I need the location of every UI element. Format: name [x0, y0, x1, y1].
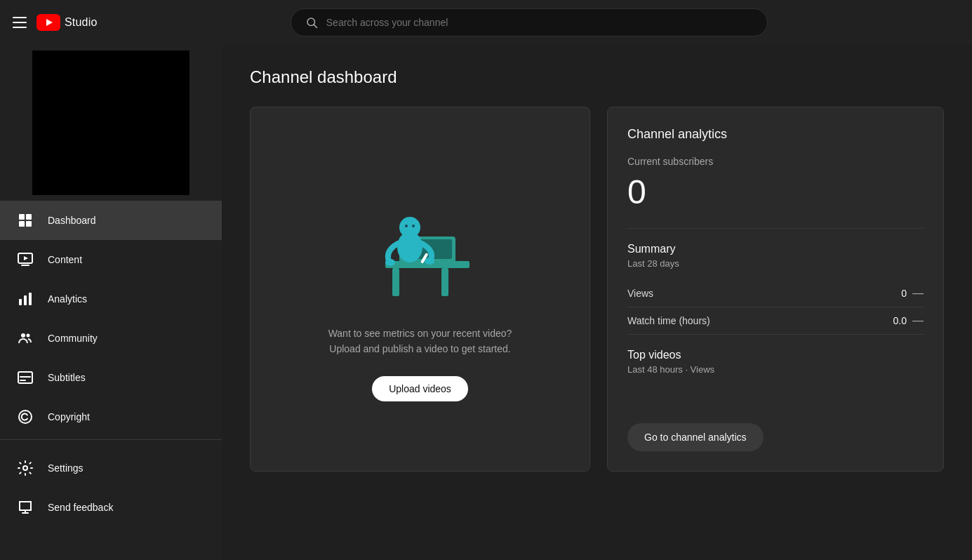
sidebar-item-analytics[interactable]: Analytics	[0, 279, 222, 319]
top-videos-period: Last 48 hours · Views	[627, 364, 924, 375]
search-input[interactable]	[326, 17, 753, 28]
svg-point-33	[425, 258, 434, 265]
sidebar-item-dashboard[interactable]: Dashboard	[0, 201, 222, 240]
sidebar-item-analytics-label: Analytics	[48, 293, 87, 305]
svg-point-31	[412, 225, 415, 227]
top-videos-title: Top videos	[627, 349, 924, 361]
svg-rect-6	[19, 221, 25, 227]
channel-avatar	[32, 51, 189, 195]
sidebar-item-copyright[interactable]: Copyright	[0, 397, 222, 436]
sidebar-item-subtitles[interactable]: Subtitles	[0, 358, 222, 397]
sidebar-item-send-feedback-label: Send feedback	[48, 502, 113, 513]
search-icon	[305, 16, 318, 29]
search-bar[interactable]	[291, 8, 768, 36]
menu-toggle-button[interactable]	[11, 14, 28, 31]
views-label: Views	[627, 288, 653, 299]
views-number: 0	[901, 288, 907, 299]
sidebar-item-settings-label: Settings	[48, 462, 84, 474]
watch-time-label: Watch time (hours)	[627, 315, 710, 326]
analytics-card-title: Channel analytics	[627, 127, 924, 142]
subscribers-count: 0	[627, 173, 924, 211]
main-layout: Dashboard Content	[0, 45, 972, 560]
svg-point-15	[27, 334, 30, 338]
sidebar-item-content[interactable]: Content	[0, 240, 222, 279]
svg-rect-24	[392, 268, 399, 296]
subscribers-label: Current subscribers	[627, 156, 924, 167]
svg-point-32	[385, 259, 395, 266]
content-icon	[17, 251, 34, 268]
community-icon	[17, 330, 34, 347]
views-value: 0 —	[901, 287, 924, 300]
go-to-channel-analytics-button[interactable]: Go to channel analytics	[627, 423, 764, 451]
svg-rect-5	[26, 214, 32, 220]
sidebar-bottom: Settings Send feedback	[0, 443, 222, 538]
sidebar-nav: Dashboard Content	[0, 198, 222, 560]
svg-rect-13	[29, 293, 32, 305]
sidebar: Dashboard Content	[0, 45, 222, 560]
watch-time-number: 0.0	[893, 315, 907, 326]
svg-marker-9	[24, 256, 28, 260]
sidebar-item-content-label: Content	[48, 254, 82, 265]
settings-icon	[17, 460, 34, 476]
sidebar-item-community-label: Community	[48, 333, 98, 344]
illustration	[343, 177, 498, 303]
copyright-icon	[17, 408, 34, 425]
feedback-icon	[17, 499, 34, 516]
topbar: Studio	[0, 0, 972, 45]
svg-point-30	[405, 225, 408, 227]
sidebar-item-send-feedback[interactable]: Send feedback	[0, 488, 222, 527]
dashboard-grid: Want to see metrics on your recent video…	[250, 107, 944, 472]
youtube-logo-icon	[36, 14, 60, 31]
views-change: —	[912, 287, 924, 300]
summary-row-watch-time: Watch time (hours) 0.0 —	[627, 307, 924, 335]
upload-videos-button[interactable]: Upload videos	[372, 376, 468, 401]
summary-period: Last 28 days	[627, 258, 924, 269]
sidebar-item-copyright-label: Copyright	[48, 411, 90, 422]
svg-line-3	[314, 25, 317, 27]
video-card-message: Want to see metrics on your recent video…	[328, 326, 512, 357]
svg-rect-11	[19, 299, 22, 305]
content-area: Channel dashboard	[222, 45, 972, 560]
subtitles-icon	[17, 369, 34, 386]
svg-point-20	[23, 466, 27, 470]
svg-rect-7	[26, 221, 32, 227]
sidebar-item-subtitles-label: Subtitles	[48, 372, 86, 383]
svg-point-29	[399, 217, 420, 238]
svg-rect-25	[441, 268, 448, 296]
watch-time-value: 0.0 —	[893, 314, 924, 327]
studio-label: Studio	[65, 16, 98, 29]
sidebar-item-settings[interactable]: Settings	[0, 448, 222, 488]
divider-1	[627, 228, 924, 229]
summary-title: Summary	[627, 243, 924, 255]
video-metrics-card: Want to see metrics on your recent video…	[250, 107, 590, 472]
page-title: Channel dashboard	[250, 67, 944, 87]
analytics-card: Channel analytics Current subscribers 0 …	[607, 107, 944, 472]
sidebar-divider	[0, 439, 222, 440]
summary-row-views: Views 0 —	[627, 280, 924, 307]
svg-point-19	[19, 411, 32, 423]
analytics-icon	[17, 291, 34, 307]
logo-link[interactable]: Studio	[36, 14, 98, 31]
svg-rect-4	[19, 214, 25, 220]
dashboard-icon	[17, 212, 34, 229]
watch-time-change: —	[912, 314, 924, 327]
svg-point-14	[21, 333, 25, 338]
sidebar-item-dashboard-label: Dashboard	[48, 215, 96, 226]
svg-rect-12	[24, 295, 27, 305]
sidebar-item-community[interactable]: Community	[0, 319, 222, 358]
